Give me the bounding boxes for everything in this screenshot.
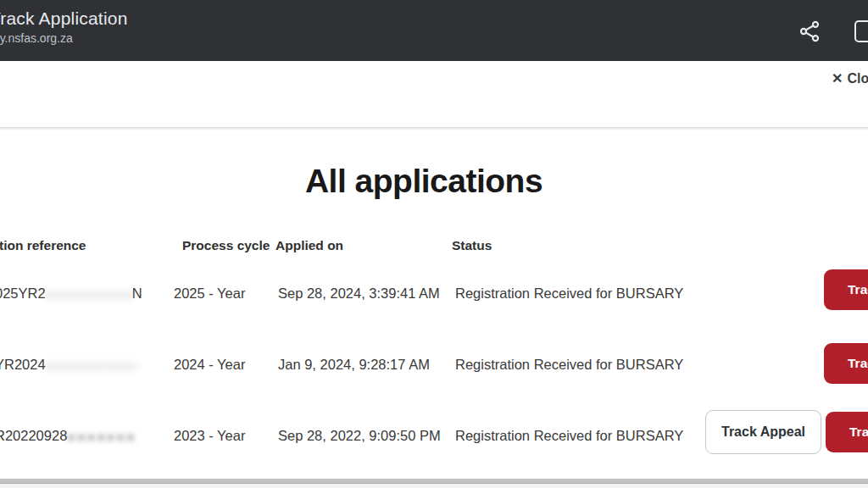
application-reference: YR2024×××××××××× [0, 357, 137, 374]
share-icon[interactable] [798, 19, 821, 43]
close-icon: ✕ [832, 71, 843, 86]
col-header-applied-on: Applied on [275, 238, 343, 253]
table-row: R20220928×××××××× 2023 - Year Sep 28, 20… [0, 410, 868, 468]
browser-header: Track Application my.nsfas.org.za [0, 0, 868, 61]
applied-on: Jan 9, 2024, 9:28:17 AM [278, 357, 430, 373]
table-row: 025YR2××××××××××N 2025 - Year Sep 28, 20… [0, 268, 868, 325]
track-application-screen: { "browser_header": { "title": "Track Ap… [0, 0, 868, 488]
track-button[interactable]: Track [824, 269, 868, 310]
applied-on: Sep 28, 2024, 3:39:41 AM [278, 286, 440, 302]
process-cycle: 2023 - Year [174, 428, 245, 444]
process-cycle: 2025 - Year [174, 286, 245, 302]
col-header-process-cycle: Process cycle [182, 238, 270, 253]
horizontal-scrollbar-track [0, 479, 868, 488]
track-button[interactable]: Track [824, 343, 868, 384]
status-text: Registration Received for BURSARY [455, 428, 683, 444]
content-card-top-edge [0, 127, 868, 130]
horizontal-scrollbar-thumb[interactable] [0, 479, 868, 484]
col-header-application-reference: Application reference [0, 238, 86, 253]
status-text: Registration Received for BURSARY [455, 286, 683, 302]
redacted-reference-fragment: ×××××××××× [46, 287, 132, 302]
process-cycle: 2024 - Year [174, 357, 245, 373]
col-header-status: Status [452, 238, 492, 253]
redacted-reference-fragment: ×××××××× [67, 430, 135, 445]
track-appeal-button[interactable]: Track Appeal [705, 410, 821, 454]
all-applications-heading: All applications [0, 163, 858, 200]
table-header-row: Application reference Process cycle Appl… [0, 238, 868, 255]
redacted-reference-fragment: ×××××××××× [46, 358, 137, 374]
application-reference: R20220928×××××××× [0, 428, 135, 445]
browser-titles: Track Application my.nsfas.org.za [0, 8, 128, 45]
open-in-browser-icon[interactable] [854, 20, 868, 42]
close-button[interactable]: ✕Close [832, 70, 868, 86]
track-button[interactable]: Track [826, 412, 868, 452]
status-text: Registration Received for BURSARY [455, 357, 683, 373]
applied-on: Sep 28, 2022, 9:09:50 PM [278, 428, 441, 444]
application-reference: 025YR2××××××××××N [0, 286, 142, 302]
table-row: YR2024×××××××××× 2024 - Year Jan 9, 2024… [0, 339, 868, 396]
page-url: my.nsfas.org.za [0, 31, 128, 45]
page-title: Track Application [0, 8, 128, 29]
close-label: Close [847, 71, 868, 86]
